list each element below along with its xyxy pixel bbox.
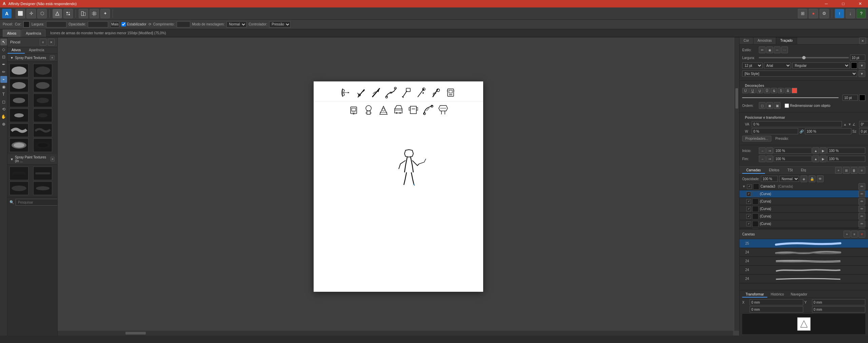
inicio-input[interactable] — [774, 148, 812, 154]
opacidade2-input[interactable] — [761, 176, 778, 182]
brush-item-9[interactable] — [9, 123, 28, 137]
layers-delete-btn[interactable]: 🗑 — [851, 167, 857, 174]
brush-item-cat2-1[interactable] — [9, 167, 28, 180]
crop-tool[interactable]: ⊡ — [0, 54, 7, 60]
width-input[interactable] — [752, 128, 798, 134]
help-btn[interactable]: ? — [856, 9, 866, 18]
text-style-select[interactable]: [No Style] — [742, 71, 857, 77]
canetas-menu-btn[interactable]: ≡ — [851, 231, 858, 237]
height-input[interactable] — [805, 128, 851, 134]
tab-historico[interactable]: Histórico — [767, 292, 787, 298]
tab-navegador[interactable]: Navegador — [787, 292, 811, 298]
font-size-select[interactable]: 12 pt — [742, 62, 763, 69]
size-input[interactable] — [859, 128, 868, 134]
largura-value-input[interactable] — [850, 55, 865, 61]
tab-camadas[interactable]: Camadas — [742, 167, 765, 174]
brush-tab-aparencia[interactable]: Aparência — [25, 47, 48, 54]
vector-mode-btn[interactable] — [53, 9, 62, 18]
ordem-icon1[interactable]: ◻ — [759, 102, 766, 109]
fim-arrow2[interactable]: ⇒ — [766, 155, 773, 162]
canetas-add-btn[interactable]: + — [844, 231, 850, 237]
zoom-tool[interactable]: ⊕ — [0, 121, 7, 128]
inicio-arrow2[interactable]: ⇒ — [766, 147, 773, 154]
caneta-item-24b[interactable]: 24 — [739, 257, 868, 266]
comprimento-input[interactable]: 4 — [177, 21, 190, 27]
tab-etq[interactable]: Etq — [797, 167, 810, 174]
deco-u4-btn[interactable]: Ū — [764, 88, 770, 93]
inicio-input2[interactable] — [827, 148, 865, 154]
pencil-tool[interactable]: ✏ — [0, 69, 7, 75]
layer-vis-curva3[interactable]: ✓ — [746, 207, 751, 211]
deco-s3-btn[interactable]: S — [785, 88, 791, 93]
brush-item-11[interactable] — [9, 138, 28, 152]
opacidade-input[interactable]: 100 % — [88, 21, 108, 27]
import-btn[interactable]: ↓ — [846, 9, 855, 18]
arrange-btn[interactable] — [79, 9, 88, 18]
tab-transformar[interactable]: Transformar — [742, 292, 767, 298]
fim-input[interactable] — [774, 156, 812, 162]
layer-edit-curva1[interactable]: ✏ — [859, 191, 865, 197]
blend-mode-select[interactable]: Normal — [779, 176, 799, 182]
font-style-select[interactable]: Regular — [792, 62, 850, 69]
layer-vis-curva2[interactable]: ✓ — [746, 199, 751, 204]
pen-tool[interactable]: ✒ — [0, 61, 7, 68]
fim-up[interactable]: ▲ — [812, 155, 819, 162]
panel-close-btn[interactable]: ✕ — [859, 37, 866, 44]
brush-tab-ativos[interactable]: Ativos — [7, 47, 25, 54]
settings-btn[interactable]: ⚙ — [820, 9, 829, 18]
text-color-swatch[interactable] — [851, 62, 857, 69]
select-tool[interactable]: ↖ — [0, 39, 7, 45]
largura-input[interactable]: 20,8 px — [46, 21, 66, 27]
layer-curva-1[interactable]: ✓ (Curva) ✏ — [739, 190, 868, 198]
caneta-item-25[interactable]: 25 — [739, 239, 868, 248]
category2-menu[interactable]: ≡ — [51, 157, 55, 161]
tab-tst[interactable]: TSt — [783, 167, 797, 174]
tab-ativos[interactable]: Ativos — [3, 30, 21, 37]
style-line-btn[interactable]: ─ — [774, 46, 781, 53]
brush-item-1[interactable] — [9, 64, 28, 77]
brush-tool[interactable]: ⌁ — [0, 76, 7, 83]
export-btn[interactable]: ↑ — [835, 9, 844, 18]
lock-btn[interactable]: 🔒 — [809, 175, 815, 182]
text-style-menu[interactable]: ▼ — [859, 70, 865, 77]
layer-vis-curva5[interactable]: ✓ — [746, 222, 751, 226]
propriedades-btn[interactable]: Propriedades... — [742, 136, 771, 141]
y-input[interactable] — [812, 299, 866, 305]
layers-add-btn[interactable]: + — [835, 167, 842, 174]
fill-tool[interactable]: ◉ — [0, 83, 7, 90]
brush-category-1[interactable]: ▼ Spray Paint Textures ≡ — [7, 54, 57, 62]
mais-btn[interactable]: Mais — [110, 21, 119, 27]
pixel-mode-btn[interactable] — [63, 9, 73, 18]
layer-vis-curva4[interactable]: ✓ — [746, 214, 751, 219]
move-tool-btn[interactable]: ✢ — [26, 9, 36, 18]
angle-input[interactable] — [859, 121, 868, 127]
view-grid-btn[interactable]: ⊞ — [798, 9, 807, 18]
controlador-select[interactable]: Pressão — [269, 21, 291, 27]
layer-edit-curva4[interactable]: ✏ — [859, 213, 865, 220]
layer-expand-icon[interactable]: ▼ — [742, 185, 746, 188]
brush-item-2[interactable] — [33, 64, 52, 77]
text-tool[interactable]: T — [0, 91, 7, 98]
inicio-arrow1[interactable]: → — [759, 147, 766, 154]
brush-item-4[interactable] — [33, 79, 52, 92]
width-lock-btn[interactable]: 🔗 — [800, 130, 804, 133]
inicio-up[interactable]: ▲ — [812, 147, 819, 154]
canvas-area[interactable] — [58, 37, 739, 336]
deco-red-swatch[interactable] — [792, 88, 797, 93]
red-accent[interactable]: ● — [809, 9, 818, 18]
redimensionar-checkbox[interactable] — [785, 103, 789, 108]
line-color-swatch[interactable] — [859, 95, 865, 101]
caneta-item-24c[interactable]: 24 — [739, 266, 868, 274]
layer-edit-curva3[interactable]: ✏ — [859, 206, 865, 212]
deco-u-btn[interactable]: U — [742, 88, 749, 93]
va-down-btn[interactable]: ▼ — [848, 122, 851, 126]
brush-item-cat2-4[interactable] — [33, 182, 52, 195]
layer-curva-2[interactable]: ✓ (Curva) ✏ — [739, 198, 868, 205]
node-tool[interactable]: ◇ — [0, 46, 7, 53]
style-fill-btn[interactable]: ◉ — [766, 46, 773, 53]
fim-input2[interactable] — [827, 156, 865, 162]
layer-edit-curva5[interactable]: ✏ — [859, 221, 865, 227]
h-input[interactable] — [812, 306, 866, 312]
brush-item-12[interactable] — [33, 138, 52, 152]
brush-item-7[interactable] — [9, 109, 28, 122]
